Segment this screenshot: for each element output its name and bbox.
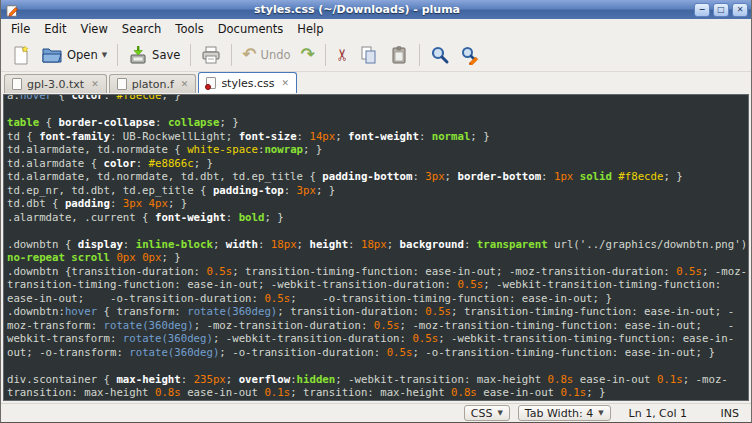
new-document-button[interactable] <box>6 42 36 68</box>
tab-close-icon[interactable]: ✕ <box>280 78 290 88</box>
document-icon <box>12 78 22 90</box>
document-icon <box>117 78 127 90</box>
tab-label: platon.f <box>132 78 174 91</box>
toolbar: Open ▼ Save ↶ Undo <box>1 38 751 72</box>
cut-scissors-icon: ✂ <box>333 48 352 61</box>
tab-bar: gpl-3.0.txt✕platon.f✕styles.css✕ <box>1 72 751 93</box>
tab-width-value: Tab Width: 4 <box>525 407 593 420</box>
save-icon <box>128 45 148 65</box>
tab-width-selector[interactable]: Tab Width: 4 ▼ <box>518 405 611 421</box>
menu-tools[interactable]: Tools <box>168 20 210 38</box>
save-button-label: Save <box>152 48 180 62</box>
search-icon <box>430 45 450 65</box>
pluma-window: styles.css (~/Downloads) - pluma − □ ✕ F… <box>0 0 752 423</box>
insert-mode-indicator: INS <box>721 407 739 420</box>
paste-clipboard-icon <box>389 45 409 65</box>
code-line: no-repeat scroll 0px 0px; } <box>7 251 748 265</box>
cursor-position: Ln 1, Col 1 <box>611 407 721 420</box>
redo-button[interactable]: ↷ <box>296 43 320 66</box>
window-title: styles.css (~/Downloads) - pluma <box>20 3 694 16</box>
toolbar-separator <box>117 44 118 66</box>
code-line: td.alarmdate { color: #e8866c; } <box>7 157 748 171</box>
editor-frame: a:hover { color: #f8ecde; }table { borde… <box>1 93 751 403</box>
code-line: moz-transform: rotate(360deg); -moz-tran… <box>7 319 748 333</box>
maximize-button[interactable]: □ <box>713 3 729 17</box>
modified-emblem-icon <box>205 84 211 90</box>
language-value: CSS <box>471 407 493 420</box>
code-line: td.alarmdate, td.normdate, td.dbt, td.ep… <box>7 170 748 184</box>
paste-button[interactable] <box>384 42 414 68</box>
print-icon <box>201 45 221 65</box>
find-button[interactable] <box>425 42 455 68</box>
toolbar-separator <box>325 44 326 66</box>
copy-button[interactable] <box>354 42 384 68</box>
code-editor[interactable]: a:hover { color: #f8ecde; }table { borde… <box>3 94 749 401</box>
tab-close-icon[interactable]: ✕ <box>89 79 99 89</box>
copy-icon <box>359 45 379 65</box>
undo-button-label: Undo <box>261 48 291 62</box>
cut-button[interactable]: ✂ <box>331 42 354 67</box>
replace-button[interactable] <box>455 42 485 68</box>
menu-edit[interactable]: Edit <box>37 20 73 38</box>
save-button[interactable]: Save <box>123 42 185 68</box>
language-selector[interactable]: CSS ▼ <box>464 405 510 421</box>
code-line: .downbtn {transition-duration: 0.5s; tra… <box>7 265 748 279</box>
chevron-down-icon: ▼ <box>598 409 603 417</box>
code-line: webkit-transform: rotate(360deg); -webki… <box>7 332 748 346</box>
open-folder-icon <box>41 46 63 64</box>
code-line: td.dbt { padding: 3px 4px; } <box>7 197 748 211</box>
code-line: out; -o-transform: rotate(360deg); -o-tr… <box>7 346 748 360</box>
pluma-app-icon <box>6 3 20 17</box>
code-content: a:hover { color: #f8ecde; }table { borde… <box>7 94 748 401</box>
tab-gpl-3.0.txt[interactable]: gpl-3.0.txt✕ <box>4 74 107 93</box>
chevron-down-icon: ▼ <box>497 409 502 417</box>
tab-close-icon[interactable]: ✕ <box>179 79 189 89</box>
close-button[interactable]: ✕ <box>732 3 748 17</box>
document-icon <box>206 77 216 89</box>
open-button[interactable]: Open ▼ <box>36 43 112 67</box>
code-line: ease-in-out; -o-transition-duration: 0.5… <box>7 292 748 306</box>
redo-icon: ↷ <box>301 46 315 63</box>
undo-button[interactable]: ↶ Undo <box>237 43 295 66</box>
search-replace-icon <box>460 45 480 65</box>
code-line: div.scontainer { max-height: 235px; over… <box>7 373 748 387</box>
tab-styles.css[interactable]: styles.css✕ <box>198 72 297 93</box>
new-document-icon <box>11 45 31 65</box>
code-line <box>7 103 748 117</box>
menu-documents[interactable]: Documents <box>211 20 291 38</box>
menu-file[interactable]: File <box>4 20 37 38</box>
menu-view[interactable]: View <box>74 20 115 38</box>
code-line: td.alarmdate, td.normdate { white-space:… <box>7 143 748 157</box>
open-button-label: Open <box>67 48 98 62</box>
code-line: a:hover { color: #f8ecde; } <box>7 94 748 103</box>
toolbar-separator <box>190 44 191 66</box>
undo-icon: ↶ <box>242 46 256 63</box>
code-line: div.scontainer:hover { max-height: 3000p… <box>7 400 748 402</box>
tab-platon.f[interactable]: platon.f✕ <box>109 74 197 93</box>
menu-bar: FileEditViewSearchToolsDocumentsHelp <box>1 19 751 38</box>
minimize-button[interactable]: − <box>694 3 710 17</box>
code-line: table { border-collapse: collapse; } <box>7 116 748 130</box>
menu-help[interactable]: Help <box>290 20 330 38</box>
code-line: .downbtn:hover { transform: rotate(360de… <box>7 305 748 319</box>
code-line: .downbtn { display: inline-block; width:… <box>7 238 748 252</box>
code-line <box>7 224 748 238</box>
code-line: td { font-family: UB-RockwellLight; font… <box>7 130 748 144</box>
code-line: transition: max-height 0.8s ease-in-out … <box>7 386 748 400</box>
open-dropdown-chevron-icon[interactable]: ▼ <box>102 51 107 59</box>
code-line: .alarmdate, .current { font-weight: bold… <box>7 211 748 225</box>
code-line: td.ep_nr, td.dbt, td.ep_title { padding-… <box>7 184 748 198</box>
tab-label: gpl-3.0.txt <box>27 78 84 91</box>
print-button[interactable] <box>196 42 226 68</box>
code-line <box>7 359 748 373</box>
toolbar-separator <box>419 44 420 66</box>
title-bar[interactable]: styles.css (~/Downloads) - pluma − □ ✕ <box>1 0 751 19</box>
status-bar: CSS ▼ Tab Width: 4 ▼ Ln 1, Col 1 INS <box>1 403 751 422</box>
tab-label: styles.css <box>221 77 274 90</box>
menu-search[interactable]: Search <box>115 20 169 38</box>
toolbar-separator <box>231 44 232 66</box>
code-line: transition-timing-function: ease-in-out;… <box>7 278 748 292</box>
